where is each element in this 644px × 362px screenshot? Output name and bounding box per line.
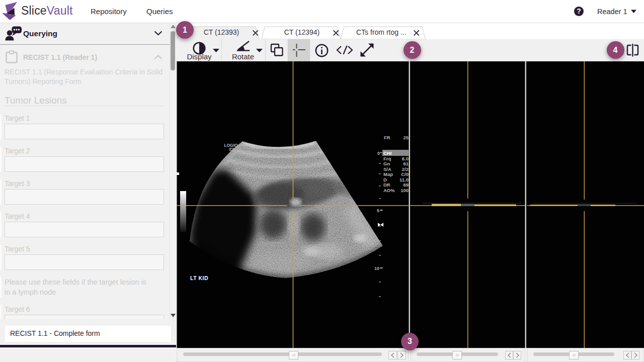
svg-text:FR: FR [384, 135, 390, 140]
svg-text:Rotate: Rotate [232, 52, 254, 61]
svg-text:2/2: 2/2 [402, 166, 409, 172]
svg-text:11.0: 11.0 [399, 177, 409, 183]
svg-text:D: D [383, 177, 387, 183]
svg-text:69: 69 [403, 182, 409, 188]
svg-text:10: 10 [374, 266, 379, 271]
svg-text:S/A: S/A [383, 166, 391, 172]
svg-text:100: 100 [400, 188, 409, 193]
svg-text:CT (12393): CT (12393) [204, 28, 239, 36]
svg-text:61: 61 [403, 161, 409, 166]
svg-text:Gn: Gn [383, 161, 390, 166]
svg-text:CT (12394): CT (12394) [284, 28, 320, 36]
svg-text:Map: Map [383, 171, 393, 177]
svg-text:0: 0 [377, 151, 380, 156]
svg-text:E9: E9 [229, 147, 235, 152]
svg-text:25: 25 [403, 135, 409, 140]
svg-text:DR: DR [383, 182, 390, 188]
svg-text:Display: Display [187, 52, 212, 61]
svg-text:C/0: C/0 [401, 171, 409, 177]
svg-text:CTs from rtog ...: CTs from rtog ... [356, 28, 407, 36]
svg-text:CHI: CHI [383, 150, 391, 156]
svg-text:5: 5 [377, 208, 379, 213]
svg-text:LT KID: LT KID [190, 275, 208, 281]
svg-text:Frq: Frq [383, 156, 391, 161]
svg-text:6.0: 6.0 [402, 156, 409, 161]
svg-text:AO%: AO% [383, 188, 395, 193]
